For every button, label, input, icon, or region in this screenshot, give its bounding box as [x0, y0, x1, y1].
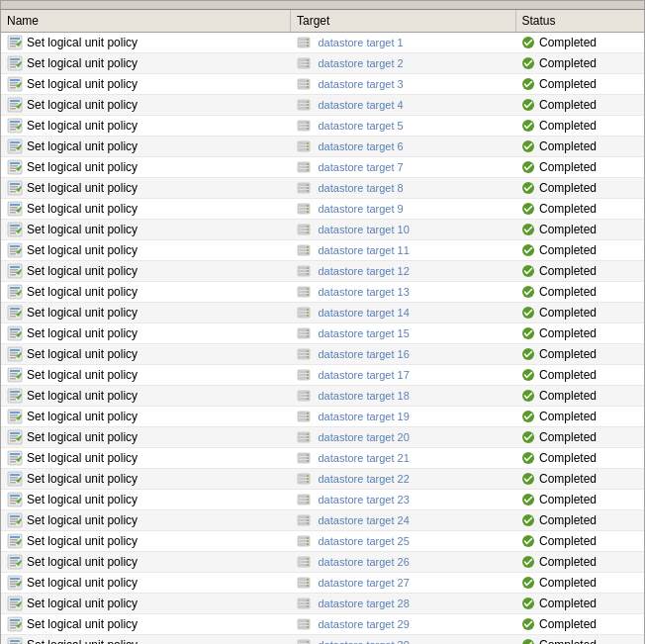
storage-icon: [297, 534, 311, 548]
svg-rect-300: [10, 515, 20, 517]
svg-rect-40: [10, 100, 20, 102]
task-icon: [7, 409, 23, 424]
storage-icon: [297, 451, 311, 465]
svg-point-141: [307, 252, 309, 254]
table-row[interactable]: Set logical unit policy datastore target…: [1, 573, 644, 594]
task-status-cell: Completed: [515, 469, 644, 490]
table-row[interactable]: Set logical unit policy datastore target…: [1, 33, 644, 53]
svg-point-35: [307, 80, 309, 82]
task-status-cell: Completed: [515, 573, 644, 594]
table-row[interactable]: Set logical unit policy datastore target…: [1, 407, 644, 427]
task-status-cell: Completed: [515, 137, 644, 157]
task-name-cell: Set logical unit policy: [1, 137, 291, 157]
svg-rect-4: [10, 46, 16, 47]
task-target-text: datastore target 16: [319, 348, 410, 360]
table-row[interactable]: Set logical unit policy datastore target…: [1, 510, 644, 531]
table-row[interactable]: Set logical unit policy datastore target…: [1, 95, 644, 116]
table-row[interactable]: Set logical unit policy datastore target…: [1, 240, 644, 261]
task-name-text: Set logical unit policy: [27, 98, 138, 112]
svg-rect-235: [10, 412, 20, 414]
svg-point-310: [307, 522, 309, 524]
storage-icon: [297, 202, 311, 216]
table-row[interactable]: Set logical unit policy datastore target…: [1, 531, 644, 552]
table-row[interactable]: Set logical unit policy datastore target…: [1, 427, 644, 448]
task-name-cell: Set logical unit policy: [1, 469, 291, 490]
table-row[interactable]: Set logical unit policy datastore target…: [1, 635, 644, 645]
svg-rect-119: [10, 228, 18, 230]
table-row[interactable]: Set logical unit policy datastore target…: [1, 157, 644, 178]
task-status-cell: Completed: [515, 157, 644, 178]
table-row[interactable]: Set logical unit policy datastore target…: [1, 199, 644, 220]
task-status-cell: Completed: [515, 303, 644, 323]
svg-rect-249: [10, 435, 18, 437]
svg-point-231: [307, 395, 309, 397]
task-icon: [7, 76, 23, 92]
table-row[interactable]: Set logical unit policy datastore target…: [1, 448, 644, 469]
task-status-text: Completed: [539, 638, 597, 644]
task-name-cell: Set logical unit policy: [1, 199, 291, 220]
table-row[interactable]: Set logical unit policy datastore target…: [1, 365, 644, 386]
task-target-text: datastore target 15: [319, 327, 410, 339]
svg-point-87: [307, 163, 309, 165]
storage-icon: [297, 77, 311, 91]
svg-point-101: [307, 187, 309, 189]
task-name-text: Set logical unit policy: [27, 347, 138, 361]
completed-icon: [521, 513, 535, 527]
task-name-cell: Set logical unit policy: [1, 365, 291, 386]
task-status-text: Completed: [539, 347, 597, 361]
col-header-target[interactable]: Target: [291, 10, 516, 33]
svg-point-191: [307, 329, 309, 331]
task-name-text: Set logical unit policy: [27, 119, 138, 133]
table-row[interactable]: Set logical unit policy datastore target…: [1, 614, 644, 635]
col-header-status[interactable]: Status: [515, 10, 644, 33]
table-row[interactable]: Set logical unit policy datastore target…: [1, 220, 644, 240]
svg-point-295: [307, 496, 309, 498]
table-row[interactable]: Set logical unit policy datastore target…: [1, 303, 644, 323]
table-row[interactable]: Set logical unit policy datastore target…: [1, 282, 644, 303]
svg-rect-53: [10, 121, 20, 123]
svg-rect-144: [10, 266, 20, 268]
svg-rect-134: [10, 253, 16, 255]
svg-point-232: [307, 398, 309, 400]
task-icon: [7, 471, 23, 487]
task-status-text: Completed: [539, 36, 597, 49]
svg-point-76: [307, 148, 309, 150]
table-row[interactable]: Set logical unit policy datastore target…: [1, 469, 644, 490]
table-row[interactable]: Set logical unit policy datastore target…: [1, 178, 644, 199]
table-row[interactable]: Set logical unit policy datastore target…: [1, 552, 644, 573]
storage-icon: [297, 368, 311, 382]
table-row[interactable]: Set logical unit policy datastore target…: [1, 261, 644, 282]
svg-point-386: [307, 641, 309, 643]
col-header-name[interactable]: Name: [1, 10, 291, 33]
svg-point-245: [307, 418, 309, 420]
task-name-cell: Set logical unit policy: [1, 344, 291, 365]
table-row[interactable]: Set logical unit policy datastore target…: [1, 594, 644, 614]
table-row[interactable]: Set logical unit policy datastore target…: [1, 344, 644, 365]
svg-rect-314: [10, 539, 18, 541]
svg-point-389: [522, 639, 534, 644]
task-name-text: Set logical unit policy: [27, 139, 138, 153]
completed-icon: [521, 98, 535, 112]
table-row[interactable]: Set logical unit policy datastore target…: [1, 323, 644, 344]
table-row[interactable]: Set logical unit policy datastore target…: [1, 490, 644, 510]
svg-rect-66: [10, 141, 20, 143]
svg-point-23: [307, 62, 309, 64]
task-target-text: datastore target 10: [319, 224, 410, 235]
task-icon: [7, 325, 23, 341]
svg-point-270: [307, 457, 309, 459]
table-row[interactable]: Set logical unit policy datastore target…: [1, 116, 644, 137]
svg-rect-210: [10, 373, 18, 375]
svg-rect-329: [10, 565, 16, 567]
table-row[interactable]: Set logical unit policy datastore target…: [1, 53, 644, 74]
completed-icon: [521, 56, 535, 70]
task-name-cell: Set logical unit policy: [1, 33, 291, 53]
task-target-text: datastore target 25: [319, 535, 410, 547]
task-name-cell: Set logical unit policy: [1, 635, 291, 645]
svg-point-115: [307, 211, 309, 213]
task-name-text: Set logical unit policy: [27, 597, 138, 610]
completed-icon: [521, 597, 535, 610]
table-row[interactable]: Set logical unit policy datastore target…: [1, 137, 644, 157]
table-row[interactable]: Set logical unit policy datastore target…: [1, 74, 644, 95]
task-icon: [7, 159, 23, 175]
table-row[interactable]: Set logical unit policy datastore target…: [1, 386, 644, 407]
